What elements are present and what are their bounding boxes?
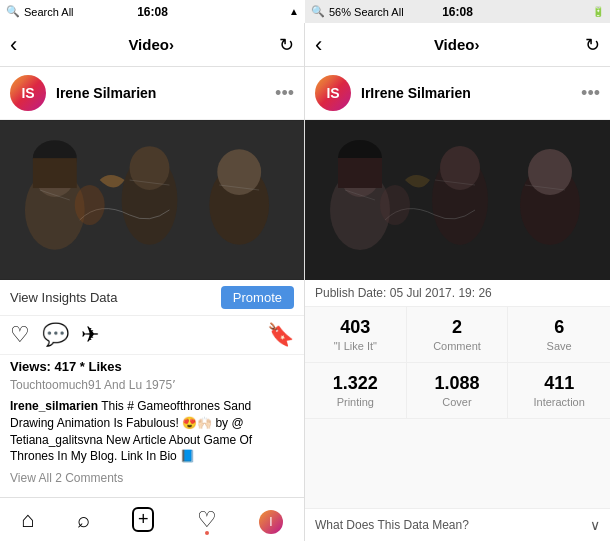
right-bottom-bar[interactable]: What Does This Data Mean? ∨: [305, 508, 610, 541]
stats-grid-row1: 403 "I Like It" 2 Comment 6 Save: [305, 307, 610, 363]
stat-interaction: 411 Interaction: [508, 363, 610, 418]
svg-point-7: [130, 146, 170, 190]
wifi-icon: ▲: [289, 6, 299, 17]
svg-point-14: [75, 185, 105, 225]
right-nav-title: Video›: [328, 36, 585, 53]
stat-printing-value: 1.322: [313, 373, 398, 394]
status-icons-left: ▲: [289, 6, 299, 17]
stat-saves: 6 Save: [508, 307, 610, 362]
stat-printing-label: Printing: [313, 396, 398, 408]
search-icon-left: 🔍: [6, 5, 20, 18]
status-app-right: 🔍 56% Search All: [311, 5, 404, 18]
back-button[interactable]: ‹: [10, 32, 17, 58]
promote-button[interactable]: Promote: [221, 286, 294, 309]
views-likes: Views: 417 * Likes: [0, 355, 304, 376]
bottom-nav: ⌂ ⌕ + ♡ I: [0, 497, 304, 541]
like-button[interactable]: ♡: [10, 322, 30, 348]
right-panel: ‹ Video› ↻ IS IrIrene Silmarien •••: [305, 23, 610, 541]
more-options-button[interactable]: •••: [275, 83, 294, 104]
status-right: 🔍 56% Search All 16:08 🔋: [305, 0, 610, 23]
stat-interaction-value: 411: [516, 373, 602, 394]
svg-rect-20: [338, 158, 382, 188]
bookmark-button[interactable]: 🔖: [267, 322, 294, 348]
stat-comments-value: 2: [415, 317, 500, 338]
search-icon-right: 🔍: [311, 5, 325, 18]
svg-point-28: [380, 185, 410, 225]
svg-point-22: [440, 146, 480, 190]
battery-icon: 🔋: [592, 6, 604, 17]
right-back-button[interactable]: ‹: [315, 32, 322, 58]
stats-grid-row2: 1.322 Printing 1.088 Cover 411 Interacti…: [305, 363, 610, 419]
left-nav-bar: ‹ Video› ↻: [0, 23, 304, 67]
post-image-left: [0, 120, 304, 280]
status-left: 🔍 Search All 16:08 ▲: [0, 0, 305, 23]
insights-text: View Insights Data: [10, 290, 117, 305]
stat-likes: 403 "I Like It": [305, 307, 407, 362]
left-profile-row: IS Irene Silmarien •••: [0, 67, 304, 120]
stat-printing: 1.322 Printing: [305, 363, 407, 418]
publish-date: Publish Date: 05 Jul 2017. 19: 26: [315, 286, 492, 300]
stat-saves-value: 6: [516, 317, 602, 338]
svg-point-9: [217, 149, 261, 195]
insights-bar: View Insights Data Promote: [0, 280, 304, 316]
refresh-button[interactable]: ↻: [279, 34, 294, 56]
status-icons-right: 🔋: [592, 6, 604, 17]
search-nav-button[interactable]: ⌕: [77, 507, 90, 533]
status-bar: 🔍 Search All 16:08 ▲ 🔍 56% Search All 16…: [0, 0, 610, 23]
stat-likes-label: "I Like It": [313, 340, 398, 352]
stat-cover-value: 1.088: [415, 373, 500, 394]
post-image-right: [305, 120, 610, 280]
caption-username[interactable]: Irene_silmarien: [10, 399, 98, 413]
time-right: 16:08: [442, 5, 473, 19]
chevron-down-icon: ∨: [590, 517, 600, 533]
svg-rect-5: [33, 158, 77, 188]
stat-comments: 2 Comment: [407, 307, 509, 362]
avatar: IS: [10, 75, 46, 111]
likes-nav-button[interactable]: ♡: [197, 507, 217, 533]
action-bar: ♡ 💬 ✈ 🔖: [0, 316, 304, 355]
status-app-left: 🔍 Search All: [6, 5, 74, 18]
caption: Irene_silmarien This # Gameofthrones San…: [0, 394, 304, 469]
notification-dot: [205, 531, 209, 535]
publish-bar: Publish Date: 05 Jul 2017. 19: 26: [305, 280, 610, 307]
view-comments-link[interactable]: View All 2 Comments: [0, 469, 304, 489]
stat-cover-label: Cover: [415, 396, 500, 408]
right-profile-name: IrIrene Silmarien: [361, 85, 581, 101]
right-more-options-button[interactable]: •••: [581, 83, 600, 104]
stat-comments-label: Comment: [415, 340, 500, 352]
right-refresh-button[interactable]: ↻: [585, 34, 600, 56]
right-profile-row: IS IrIrene Silmarien •••: [305, 67, 610, 120]
tagged-users: Touchtoomuch91 And Lu 1975ʼ: [0, 376, 304, 394]
stat-likes-value: 403: [313, 317, 398, 338]
right-nav-bar: ‹ Video› ↻: [305, 23, 610, 67]
profile-nav-button[interactable]: I: [259, 506, 283, 534]
share-button[interactable]: ✈: [81, 322, 99, 348]
left-panel: ‹ Video› ↻ IS Irene Silmarien •••: [0, 23, 305, 541]
right-avatar: IS: [315, 75, 351, 111]
left-nav-title: Video›: [23, 36, 279, 53]
profile-name-left: Irene Silmarien: [56, 85, 275, 101]
stat-saves-label: Save: [516, 340, 602, 352]
main-content: ‹ Video› ↻ IS Irene Silmarien •••: [0, 23, 610, 541]
home-nav-button[interactable]: ⌂: [21, 507, 34, 533]
stat-interaction-label: Interaction: [516, 396, 602, 408]
stat-cover: 1.088 Cover: [407, 363, 509, 418]
comment-button[interactable]: 💬: [42, 322, 69, 348]
time-left: 16:08: [137, 5, 168, 19]
data-meaning-text: What Does This Data Mean?: [315, 518, 590, 532]
add-nav-button[interactable]: +: [132, 507, 155, 532]
